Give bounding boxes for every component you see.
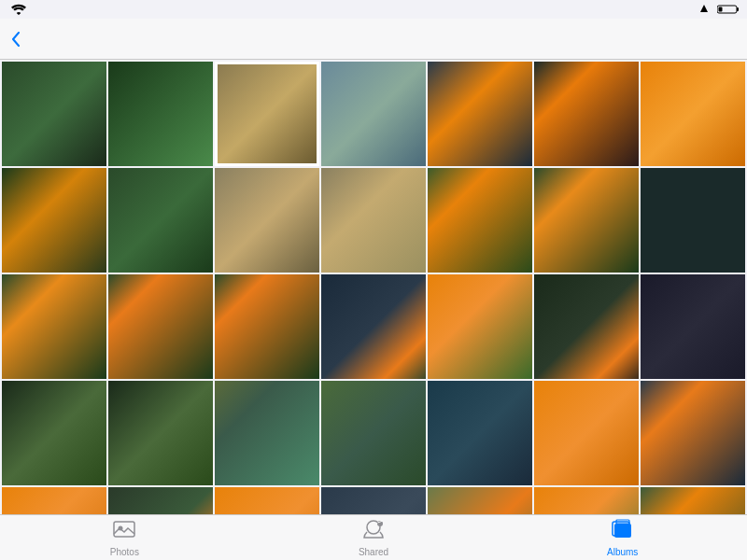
photo-cell-26[interactable] bbox=[428, 381, 532, 485]
tab-bar: Photos Shared Albums bbox=[0, 514, 747, 560]
photo-cell-13[interactable] bbox=[534, 168, 639, 273]
albums-label: Albums bbox=[607, 547, 638, 557]
photo-cell-35[interactable] bbox=[641, 487, 745, 514]
photo-cell-2[interactable] bbox=[108, 62, 213, 166]
tab-photos[interactable]: Photos bbox=[0, 515, 249, 560]
photo-cell-7[interactable] bbox=[641, 62, 745, 166]
photo-cell-30[interactable] bbox=[108, 487, 213, 514]
status-left bbox=[7, 4, 26, 15]
photo-cell-4[interactable] bbox=[321, 62, 426, 166]
shared-label: Shared bbox=[359, 547, 388, 557]
photo-cell-31[interactable] bbox=[215, 487, 319, 514]
photo-cell-21[interactable] bbox=[641, 274, 745, 379]
photo-cell-28[interactable] bbox=[641, 381, 745, 485]
albums-icon bbox=[612, 519, 634, 539]
albums-icon bbox=[612, 519, 634, 545]
shared-icon bbox=[362, 519, 385, 545]
photo-cell-10[interactable] bbox=[215, 168, 319, 273]
photo-cell-17[interactable] bbox=[215, 274, 319, 379]
photo-grid-container bbox=[0, 60, 747, 514]
photo-cell-29[interactable] bbox=[2, 487, 106, 514]
photo-cell-32[interactable] bbox=[321, 487, 426, 514]
photo-cell-5[interactable] bbox=[428, 62, 532, 166]
photo-cell-19[interactable] bbox=[428, 274, 532, 379]
photo-cell-27[interactable] bbox=[534, 381, 639, 485]
svg-rect-2 bbox=[719, 7, 723, 12]
photo-cell-33[interactable] bbox=[428, 487, 532, 514]
photo-cell-20[interactable] bbox=[534, 274, 639, 379]
photos-icon bbox=[113, 519, 135, 539]
nav-bar bbox=[0, 19, 747, 60]
photo-cell-18[interactable] bbox=[321, 274, 426, 379]
svg-rect-1 bbox=[737, 7, 739, 11]
photo-cell-14[interactable] bbox=[641, 168, 745, 273]
photo-cell-25[interactable] bbox=[321, 381, 426, 485]
battery-icon bbox=[717, 4, 740, 15]
tab-shared[interactable]: Shared bbox=[249, 515, 499, 560]
photo-grid bbox=[2, 62, 745, 514]
chevron-left-icon bbox=[11, 32, 21, 47]
photo-cell-23[interactable] bbox=[108, 381, 213, 485]
photos-icon bbox=[113, 519, 135, 545]
status-bar bbox=[0, 0, 747, 19]
back-button[interactable] bbox=[11, 32, 24, 47]
wifi-icon bbox=[11, 4, 26, 15]
photo-cell-34[interactable] bbox=[534, 487, 639, 514]
photo-cell-12[interactable] bbox=[428, 168, 532, 273]
tab-albums[interactable]: Albums bbox=[498, 515, 747, 560]
photo-cell-22[interactable] bbox=[2, 381, 106, 485]
signal-icon bbox=[698, 4, 710, 15]
photo-cell-11[interactable] bbox=[321, 168, 426, 273]
shared-icon bbox=[362, 519, 385, 539]
photo-cell-3[interactable] bbox=[215, 62, 319, 166]
photos-label: Photos bbox=[110, 547, 139, 557]
photo-cell-24[interactable] bbox=[215, 381, 319, 485]
photo-cell-9[interactable] bbox=[108, 168, 213, 273]
photo-cell-15[interactable] bbox=[2, 274, 106, 379]
svg-rect-3 bbox=[114, 522, 134, 537]
photo-cell-1[interactable] bbox=[2, 62, 106, 166]
status-right bbox=[698, 4, 740, 15]
photo-cell-6[interactable] bbox=[534, 62, 639, 166]
photo-cell-16[interactable] bbox=[108, 274, 213, 379]
photo-cell-8[interactable] bbox=[2, 168, 106, 273]
